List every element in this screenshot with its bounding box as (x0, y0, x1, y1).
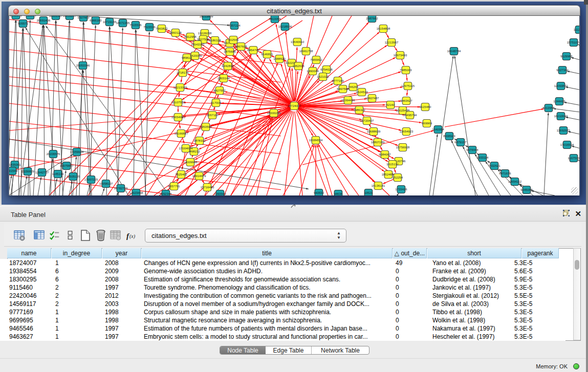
svg-text:12923468: 12923468 (129, 191, 143, 194)
svg-text:1615132: 1615132 (386, 163, 399, 166)
svg-text:10521: 10521 (364, 191, 373, 194)
svg-text:7955812: 7955812 (310, 58, 322, 61)
svg-text:10107553: 10107553 (171, 101, 185, 104)
svg-text:8813054: 8813054 (269, 17, 281, 20)
svg-text:940532: 940532 (314, 191, 324, 194)
svg-text:3878312: 3878312 (193, 139, 206, 142)
svg-text:9657791: 9657791 (168, 185, 180, 188)
svg-text:7515536: 7515536 (129, 24, 142, 27)
svg-text:202546: 202546 (228, 38, 239, 41)
svg-text:9242848: 9242848 (222, 64, 234, 68)
svg-text:29053346: 29053346 (76, 64, 90, 67)
svg-text:1624514: 1624514 (356, 91, 368, 94)
svg-text:1292346: 1292346 (160, 192, 172, 195)
svg-text:21364436: 21364436 (341, 99, 355, 102)
svg-text:1588520: 1588520 (273, 57, 286, 60)
svg-text:16210643: 16210643 (554, 115, 568, 118)
svg-text:9463627: 9463627 (400, 99, 412, 102)
svg-text:8427552: 8427552 (213, 89, 226, 92)
svg-text:2803144: 2803144 (217, 77, 230, 80)
svg-text:19384554: 19384554 (309, 139, 323, 142)
svg-text:7632621: 7632621 (488, 164, 500, 167)
svg-text:9227342: 9227342 (556, 69, 569, 72)
svg-text:13226058: 13226058 (198, 32, 212, 35)
svg-text:20206576: 20206576 (47, 152, 60, 156)
svg-text:1353594: 1353594 (200, 125, 212, 128)
svg-text:15720407: 15720407 (360, 119, 374, 122)
svg-text:1167533: 1167533 (568, 157, 580, 160)
svg-text:8213958: 8213958 (542, 106, 555, 110)
svg-text:16033809: 16033809 (200, 16, 213, 18)
svg-text:9115460: 9115460 (420, 105, 432, 108)
svg-text:12213967: 12213967 (385, 41, 399, 44)
svg-text:8912958: 8912958 (184, 35, 197, 38)
svg-text:7915509: 7915509 (24, 16, 36, 17)
svg-text:(x): (x) (129, 233, 136, 239)
svg-text:20691406: 20691406 (37, 19, 51, 22)
svg-text:10973493: 10973493 (394, 54, 407, 57)
svg-text:16648784: 16648784 (447, 50, 461, 53)
svg-text:10807487: 10807487 (365, 97, 379, 100)
svg-text:9384067: 9384067 (379, 153, 391, 156)
svg-text:746266: 746266 (348, 85, 359, 89)
svg-text:16154808: 16154808 (377, 27, 390, 30)
svg-text:1621022: 1621022 (317, 75, 329, 78)
svg-text:991549: 991549 (9, 169, 18, 172)
svg-text:10853267: 10853267 (63, 16, 77, 17)
svg-text:7357224: 7357224 (228, 24, 241, 27)
svg-text:2718176: 2718176 (177, 71, 189, 74)
svg-text:8938923: 8938923 (443, 135, 455, 138)
svg-text:16671355: 16671355 (116, 21, 130, 25)
svg-text:1990044: 1990044 (307, 70, 319, 73)
svg-text:12975115: 12975115 (401, 84, 415, 87)
svg-text:15756928: 15756928 (396, 146, 410, 149)
svg-text:18300295: 18300295 (267, 112, 281, 115)
svg-text:19166827: 19166827 (175, 132, 188, 135)
svg-text:2867608: 2867608 (235, 45, 247, 48)
svg-text:2687662: 2687662 (366, 17, 378, 20)
svg-text:13692971: 13692971 (557, 129, 571, 132)
svg-text:16914479: 16914479 (192, 174, 206, 178)
svg-text:17016504: 17016504 (560, 143, 574, 146)
svg-text:62160: 62160 (386, 103, 395, 106)
svg-text:7485003: 7485003 (400, 69, 412, 72)
svg-text:18381327: 18381327 (49, 16, 63, 17)
svg-text:14009948: 14009948 (184, 161, 198, 164)
svg-text:1905571: 1905571 (10, 16, 22, 17)
svg-text:14136141: 14136141 (372, 184, 385, 187)
svg-text:18724007: 18724007 (288, 104, 301, 107)
svg-text:9245052: 9245052 (520, 188, 533, 191)
svg-text:10654112: 10654112 (508, 180, 522, 183)
svg-text:17957225: 17957225 (84, 178, 98, 181)
svg-text:1112905: 1112905 (574, 28, 580, 31)
svg-text:8454749: 8454749 (247, 49, 259, 52)
svg-text:11156829: 11156829 (21, 170, 34, 173)
svg-text:8186328: 8186328 (209, 39, 221, 42)
svg-text:8471676: 8471676 (499, 172, 511, 175)
svg-text:6879197: 6879197 (454, 141, 467, 144)
svg-text:1733426: 1733426 (395, 188, 407, 191)
svg-text:94636: 94636 (334, 192, 343, 195)
svg-text:10688609: 10688609 (367, 130, 381, 133)
svg-text:14495794: 14495794 (403, 114, 417, 117)
svg-text:905571: 905571 (18, 22, 29, 25)
svg-text:10719155: 10719155 (103, 20, 117, 24)
svg-text:12505135: 12505135 (67, 175, 80, 178)
svg-text:10958107: 10958107 (99, 182, 113, 185)
svg-text:252254: 252254 (393, 176, 403, 179)
svg-text:17004674: 17004674 (179, 147, 193, 150)
svg-text:3875685: 3875685 (224, 50, 236, 53)
svg-text:1527602: 1527602 (77, 16, 90, 19)
svg-text:17359928: 17359928 (70, 150, 84, 154)
svg-text:7515536: 7515536 (143, 26, 156, 29)
svg-text:9146821: 9146821 (261, 53, 273, 56)
svg-text:15716485: 15716485 (201, 186, 214, 189)
svg-text:7986322: 7986322 (353, 108, 365, 112)
svg-text:18807249: 18807249 (371, 141, 385, 144)
svg-text:12213369: 12213369 (173, 86, 187, 89)
svg-text:7663822: 7663822 (156, 27, 168, 30)
svg-text:10975887: 10975887 (60, 164, 74, 167)
svg-text:13640910: 13640910 (291, 40, 304, 43)
svg-text:1835061: 1835061 (9, 163, 21, 166)
svg-text:6966160: 6966160 (90, 19, 102, 22)
